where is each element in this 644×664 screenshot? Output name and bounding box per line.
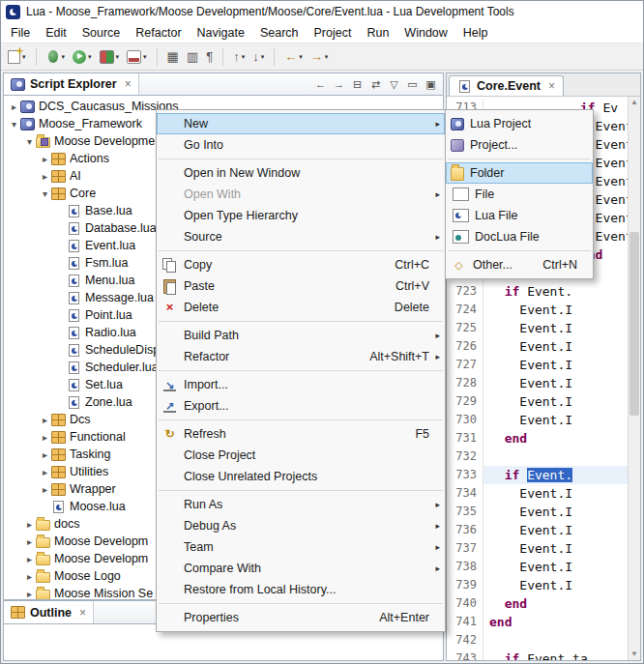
forward-button[interactable]: → — [331, 78, 347, 90]
dropdown-arrow-icon[interactable]: ▾ — [116, 53, 120, 61]
tab-core-event[interactable]: Core.Event × — [449, 75, 564, 96]
new-submenu-item-lua-project[interactable]: Lua Project — [446, 113, 593, 134]
menubar-item-help[interactable]: Help — [455, 23, 496, 43]
context-menu-item-delete[interactable]: ×DeleteDelete — [157, 297, 445, 318]
previous-annotation-button[interactable]: ↑▾ — [230, 45, 248, 68]
collapsed-arrow-icon[interactable]: ▸ — [23, 519, 36, 530]
scroll-up-icon[interactable]: ▲ — [629, 97, 640, 108]
new-submenu-item-lua-file[interactable]: Lua File — [446, 205, 593, 226]
close-icon[interactable]: × — [79, 606, 86, 620]
dropdown-arrow-icon[interactable]: ▾ — [143, 53, 147, 61]
menubar-item-window[interactable]: Window — [396, 23, 454, 43]
forward-button[interactable]: →▾ — [307, 45, 332, 68]
back-button[interactable]: ←▾ — [281, 45, 306, 68]
menu-shortcut: F5 — [415, 427, 429, 441]
menubar-item-edit[interactable]: Edit — [38, 23, 74, 43]
menubar-item-file[interactable]: File — [3, 23, 38, 43]
view-menu-button[interactable]: ▽ — [386, 78, 402, 91]
collapsed-arrow-icon[interactable]: ▸ — [39, 467, 51, 477]
context-menu-item-export[interactable]: ↗Export... — [157, 395, 445, 417]
new-wizard-icon — [8, 50, 20, 64]
menubar-item-search[interactable]: Search — [252, 23, 307, 43]
context-menu-item-build-path[interactable]: Build Path▸ — [157, 325, 445, 346]
coverage-button[interactable]: ▾ — [97, 45, 123, 68]
new-wizard-button[interactable]: ▾ — [5, 45, 29, 68]
dropdown-arrow-icon[interactable]: ▾ — [261, 53, 265, 61]
context-menu-item-open-in-new-window[interactable]: Open in New Window — [157, 162, 445, 184]
back-button[interactable]: ← — [312, 78, 329, 90]
menubar-item-navigate[interactable]: Navigate — [190, 23, 252, 43]
context-menu-item-properties[interactable]: PropertiesAlt+Enter — [157, 607, 445, 628]
collapsed-arrow-icon[interactable]: ▸ — [39, 449, 51, 460]
context-menu-item-debug-as[interactable]: Debug As▸ — [157, 515, 445, 536]
dropdown-arrow-icon[interactable]: ▾ — [62, 53, 66, 61]
close-icon[interactable]: × — [125, 77, 132, 91]
collapsed-arrow-icon[interactable]: ▸ — [39, 154, 51, 164]
context-menu-item-compare-with[interactable]: Compare With▸ — [157, 558, 445, 579]
menu-item-label: File — [475, 188, 577, 201]
external-tools-button[interactable]: ▾ — [124, 45, 150, 68]
collapsed-arrow-icon[interactable]: ▸ — [23, 554, 36, 564]
dropdown-arrow-icon[interactable]: ▾ — [88, 53, 92, 61]
menubar-item-source[interactable]: Source — [74, 23, 129, 43]
expanded-arrow-icon[interactable]: ▾ — [8, 119, 20, 130]
scroll-down-icon[interactable]: ▼ — [629, 649, 640, 660]
new-submenu-item-project[interactable]: Project... — [446, 134, 593, 156]
context-menu-item-refactor[interactable]: RefactorAlt+Shift+T▸ — [157, 346, 445, 367]
menubar-item-project[interactable]: Project — [307, 23, 360, 43]
link-with-editor-button[interactable]: ⇄ — [367, 78, 384, 91]
new-submenu-item-file[interactable]: File — [446, 184, 593, 205]
dropdown-arrow-icon[interactable]: ▾ — [299, 53, 303, 61]
new-submenu-item-other[interactable]: ◇Other...Ctrl+N — [446, 254, 593, 275]
minimize-button[interactable]: ▭ — [404, 78, 421, 91]
context-menu-item-source[interactable]: Source▸ — [157, 226, 445, 247]
context-menu-item-new[interactable]: New▸ — [157, 113, 445, 134]
show-execution-table-button[interactable]: ▥ — [184, 45, 201, 68]
context-menu-item-paste[interactable]: PasteCtrl+V — [157, 275, 445, 297]
run-button[interactable]: ▾ — [70, 45, 95, 68]
context-menu-item-refresh[interactable]: ↻RefreshF5 — [157, 423, 445, 445]
package-icon — [51, 431, 66, 444]
luafile-icon — [69, 274, 79, 287]
show-whitespace-button[interactable]: ¶ — [203, 45, 216, 68]
context-menu-item-team[interactable]: Team▸ — [157, 536, 445, 558]
context-menu-item-copy[interactable]: CopyCtrl+C — [157, 254, 445, 275]
collapsed-arrow-icon[interactable]: ▸ — [39, 171, 51, 182]
context-menu-item-run-as[interactable]: Run As▸ — [157, 494, 445, 515]
expanded-arrow-icon[interactable]: ▾ — [39, 188, 51, 199]
context-menu-item-go-into[interactable]: Go Into — [157, 134, 445, 156]
maximize-button[interactable]: ▣ — [423, 78, 439, 91]
editor-scrollbar[interactable]: ▲ ▼ — [628, 97, 640, 660]
dropdown-arrow-icon[interactable]: ▾ — [325, 53, 329, 61]
collapsed-arrow-icon[interactable]: ▸ — [23, 571, 36, 582]
scrollbar-thumb[interactable] — [629, 232, 639, 416]
collapsed-arrow-icon[interactable]: ▸ — [23, 589, 36, 599]
show-source-table-button[interactable]: ▦ — [164, 45, 182, 68]
collapsed-arrow-icon[interactable]: ▸ — [39, 484, 51, 495]
context-menu-item-close-unrelated-projects[interactable]: Close Unrelated Projects — [157, 466, 445, 487]
context-menu-item-close-project[interactable]: Close Project — [157, 445, 445, 466]
collapsed-arrow-icon[interactable]: ▸ — [39, 432, 51, 443]
menubar-item-run[interactable]: Run — [359, 23, 396, 43]
line-number: 724 — [447, 301, 483, 319]
tab-outline[interactable]: Outline × — [4, 601, 94, 623]
context-menu-item-import[interactable]: ↘Import... — [157, 374, 445, 395]
dropdown-arrow-icon[interactable]: ▾ — [242, 53, 246, 61]
new-submenu-item-doclua-file[interactable]: DocLua File — [446, 226, 593, 247]
collapsed-arrow-icon[interactable]: ▸ — [39, 415, 51, 425]
expanded-arrow-icon[interactable]: ▾ — [23, 136, 36, 147]
menu-item-label: Other... — [473, 258, 525, 272]
tab-script-explorer[interactable]: Script Explorer × — [4, 73, 139, 95]
next-annotation-button[interactable]: ↓▾ — [249, 45, 267, 68]
menu-separator — [159, 490, 443, 491]
collapse-all-button[interactable]: ⊟ — [349, 78, 366, 91]
context-menu-item-open-type-hierarchy[interactable]: Open Type Hierarchy — [157, 205, 445, 226]
close-icon[interactable]: × — [548, 79, 555, 93]
collapsed-arrow-icon[interactable]: ▸ — [8, 101, 20, 112]
collapsed-arrow-icon[interactable]: ▸ — [23, 536, 36, 547]
new-submenu-item-folder[interactable]: Folder — [446, 162, 593, 184]
context-menu-item-open-with[interactable]: Open With▸ — [157, 184, 445, 205]
debug-button[interactable]: ▾ — [44, 45, 69, 68]
menubar-item-refactor[interactable]: Refactor — [128, 23, 189, 43]
context-menu-item-restore-from-local-history[interactable]: Restore from Local History... — [157, 579, 445, 600]
